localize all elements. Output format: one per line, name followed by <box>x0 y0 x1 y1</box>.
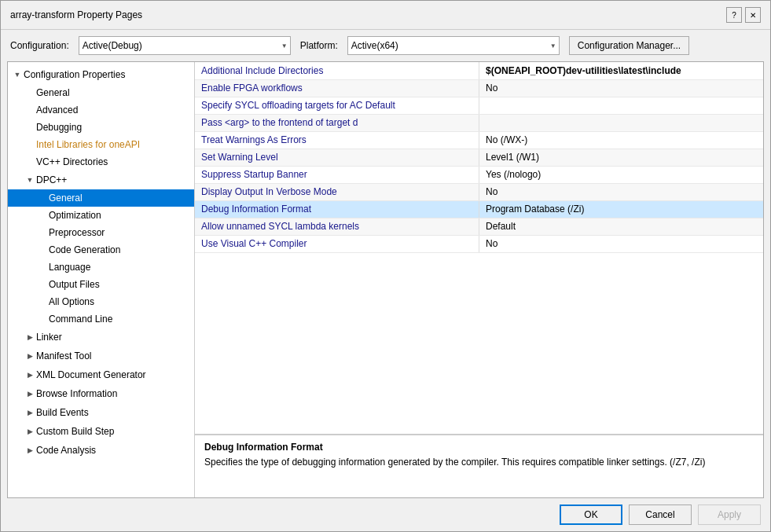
tree-item-codegen[interactable]: Code Generation <box>8 241 194 259</box>
tree-label-linker: Linker <box>36 332 62 343</box>
prop-value: $(ONEAPI_ROOT)dev-utilities\latest\inclu… <box>479 62 764 79</box>
apply-button[interactable]: Apply <box>698 504 761 525</box>
table-row[interactable]: Use Visual C++ Compiler No <box>195 235 763 252</box>
tree-label-preprocessor: Preprocessor <box>49 227 105 238</box>
expander-dpc: ▼ <box>24 174 36 186</box>
tree-label-code-analysis: Code Analysis <box>36 445 96 456</box>
tree-label-optimization: Optimization <box>49 210 101 221</box>
table-row-selected[interactable]: Debug Information Format Program Databas… <box>195 200 763 218</box>
tree-label-advanced: Advanced <box>36 105 78 116</box>
prop-value: No <box>479 235 764 252</box>
tree-item-debugging[interactable]: Debugging <box>8 119 194 136</box>
table-row[interactable]: Display Output In Verbose Mode No <box>195 183 763 200</box>
bottom-bar: OK Cancel Apply <box>1 498 770 531</box>
prop-name: Pass <arg> to the frontend of target d <box>195 114 479 131</box>
tree-item-manifest[interactable]: ▶ Manifest Tool <box>8 347 194 365</box>
tree-item-output-files[interactable]: Output Files <box>8 276 194 293</box>
tree-item-dpc-general[interactable]: General <box>8 189 194 207</box>
tree-item-config-props[interactable]: ▼ Configuration Properties <box>8 65 194 84</box>
tree-label-xml-gen: XML Document Generator <box>36 369 146 380</box>
tree-item-language[interactable]: Language <box>8 259 194 276</box>
expander-config-props: ▼ <box>11 68 24 81</box>
table-row[interactable]: Additional Include Directories $(ONEAPI_… <box>195 62 763 79</box>
tree-label-alloptions: All Options <box>49 296 94 307</box>
tree-item-advanced[interactable]: Advanced <box>8 101 194 119</box>
table-row[interactable]: Allow unnamed SYCL lambda kernels Defaul… <box>195 218 763 235</box>
configuration-select[interactable]: Active(Debug) <box>79 36 291 55</box>
configuration-label: Configuration: <box>10 40 69 51</box>
tree-item-cmdline[interactable]: Command Line <box>8 310 194 328</box>
prop-value: No (/WX-) <box>479 131 764 149</box>
prop-value: Level1 (/W1) <box>479 149 764 166</box>
prop-value: Yes (/nologo) <box>479 166 764 183</box>
tree-item-vc-dirs[interactable]: VC++ Directories <box>8 153 194 171</box>
expander-linker: ▶ <box>24 331 36 343</box>
close-button[interactable]: ✕ <box>745 7 761 23</box>
description-panel: Debug Information Format Specifies the t… <box>195 435 763 497</box>
help-button[interactable]: ? <box>726 7 742 23</box>
tree-item-preprocessor[interactable]: Preprocessor <box>8 224 194 241</box>
tree-label-intel-libs: Intel Libraries for oneAPI <box>36 139 140 150</box>
tree-label-vc-dirs: VC++ Directories <box>36 156 108 167</box>
prop-value: Program Database (/Zi) <box>479 200 764 218</box>
properties-panel: Additional Include Directories $(ONEAPI_… <box>195 62 763 497</box>
prop-name: Set Warning Level <box>195 149 479 166</box>
tree-item-custom-build[interactable]: ▶ Custom Build Step <box>8 422 194 441</box>
tree-item-alloptions[interactable]: All Options <box>8 293 194 310</box>
tree-label-browse-info: Browse Information <box>36 388 117 399</box>
platform-select[interactable]: Active(x64) <box>347 36 560 55</box>
prop-name: Suppress Startup Banner <box>195 166 479 183</box>
tree-item-intel-libs[interactable]: Intel Libraries for oneAPI <box>8 136 194 153</box>
tree-item-xml-gen[interactable]: ▶ XML Document Generator <box>8 365 194 384</box>
prop-value: No <box>479 79 764 97</box>
tree-label-config-props: Configuration Properties <box>24 69 125 80</box>
table-row[interactable]: Treat Warnings As Errors No (/WX-) <box>195 131 763 149</box>
expander-custom-build: ▶ <box>24 425 36 438</box>
title-bar: array-transform Property Pages ? ✕ <box>1 1 770 30</box>
table-row[interactable]: Pass <arg> to the frontend of target d <box>195 114 763 131</box>
expander-build-events: ▶ <box>24 406 36 419</box>
tree-label-codegen: Code Generation <box>49 244 120 255</box>
table-row[interactable]: Set Warning Level Level1 (/W1) <box>195 149 763 166</box>
tree-label-general: General <box>36 87 70 98</box>
config-manager-button[interactable]: Configuration Manager... <box>569 36 689 55</box>
tree-label-build-events: Build Events <box>36 407 89 418</box>
description-title: Debug Information Format <box>204 442 754 453</box>
tree-label-output-files: Output Files <box>49 279 100 290</box>
tree-item-linker[interactable]: ▶ Linker <box>8 328 194 347</box>
configuration-select-wrapper: Active(Debug) <box>79 36 291 55</box>
ok-button[interactable]: OK <box>560 504 622 525</box>
properties-table: Additional Include Directories $(ONEAPI_… <box>195 62 763 253</box>
main-content: ▼ Configuration Properties General Advan… <box>7 61 764 498</box>
tree-label-debugging: Debugging <box>36 122 82 133</box>
props-table: Additional Include Directories $(ONEAPI_… <box>195 62 763 435</box>
expander-xml-gen: ▶ <box>24 369 36 381</box>
prop-name: Debug Information Format <box>195 200 479 218</box>
expander-browse-info: ▶ <box>24 387 36 400</box>
tree-label-manifest: Manifest Tool <box>36 350 91 361</box>
tree-item-build-events[interactable]: ▶ Build Events <box>8 403 194 422</box>
tree-item-code-analysis[interactable]: ▶ Code Analysis <box>8 441 194 460</box>
platform-select-wrapper: Active(x64) <box>347 36 560 55</box>
tree-item-general[interactable]: General <box>8 84 194 101</box>
tree-item-optimization[interactable]: Optimization <box>8 207 194 224</box>
platform-label: Platform: <box>300 40 338 51</box>
dialog-title: array-transform Property Pages <box>10 9 142 20</box>
table-row[interactable]: Enable FPGA workflows No <box>195 79 763 97</box>
description-text: Specifies the type of debugging informat… <box>204 456 754 469</box>
tree-item-browse-info[interactable]: ▶ Browse Information <box>8 384 194 403</box>
cancel-button[interactable]: Cancel <box>629 504 692 525</box>
prop-name: Additional Include Directories <box>195 62 479 79</box>
prop-value: Default <box>479 218 764 235</box>
prop-name: Allow unnamed SYCL lambda kernels <box>195 218 479 235</box>
table-row[interactable]: Specify SYCL offloading targets for AC D… <box>195 97 763 114</box>
tree-label-custom-build: Custom Build Step <box>36 426 114 437</box>
expander-manifest: ▶ <box>24 350 36 362</box>
prop-value <box>479 97 764 114</box>
tree-item-dpc[interactable]: ▼ DPC++ <box>8 171 194 189</box>
tree-label-dpc: DPC++ <box>36 174 67 185</box>
table-row[interactable]: Suppress Startup Banner Yes (/nologo) <box>195 166 763 183</box>
expander-code-analysis: ▶ <box>24 444 36 457</box>
title-bar-controls: ? ✕ <box>726 7 761 23</box>
prop-name: Enable FPGA workflows <box>195 79 479 97</box>
